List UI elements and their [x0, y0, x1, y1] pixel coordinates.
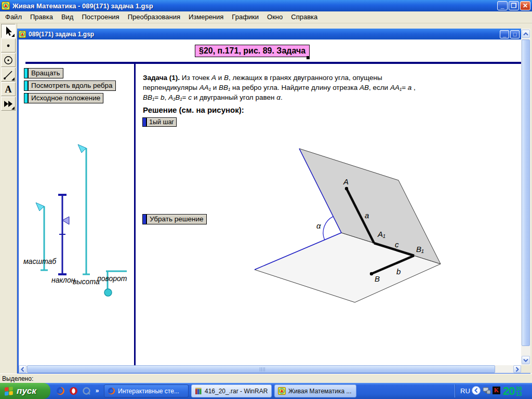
rotation-control-label: поворот [97, 274, 127, 283]
taskbar-item-label: Живая Математика ... [288, 388, 352, 395]
tray-divider [455, 384, 455, 397]
tool-point-button[interactable] [1, 38, 16, 52]
minimize-button[interactable]: _ [497, 1, 508, 10]
label-B1: B₁ [416, 245, 424, 254]
clock-seconds: 13 [515, 391, 522, 396]
compass-circle-icon [2, 54, 15, 66]
height-slider-label: высота [73, 277, 100, 286]
restore-button[interactable]: ❐ [509, 1, 519, 10]
menu-graph[interactable]: Графики [228, 11, 263, 23]
tool-circle-button[interactable] [1, 53, 16, 67]
point-B[interactable] [370, 272, 373, 275]
language-indicator[interactable]: RU [460, 387, 470, 395]
tool-palette: A [0, 23, 17, 374]
menu-file[interactable]: Файл [1, 11, 26, 23]
tool-select-arrow-button[interactable] [1, 24, 16, 38]
app-icon [2, 2, 10, 10]
menubar: Файл Правка Вид Построения Преобразовани… [0, 11, 532, 23]
document-minimize-button[interactable]: _ [500, 30, 509, 38]
label-B: B [375, 274, 380, 283]
scale-slider-label: масштаб [23, 257, 56, 265]
angle-arc [323, 217, 333, 240]
thumb-grip [261, 367, 262, 371]
document-maximize-button[interactable]: □ [510, 30, 520, 38]
menu-construct[interactable]: Построения [77, 11, 123, 23]
taskbar-item-label: 416_20_.rar - WinRAR [205, 388, 268, 395]
status-bar: Выделено: [0, 374, 532, 383]
hide-tray-icons-button[interactable] [472, 386, 481, 397]
kaspersky-tray-icon[interactable]: K [493, 387, 500, 394]
custom-tool-icon [2, 98, 15, 110]
tray-clock[interactable]: 20 39 13 [503, 384, 522, 398]
taskbar-item-winrar[interactable]: 416_20_.rar - WinRAR [191, 384, 272, 397]
tool-segment-button[interactable] [1, 68, 16, 82]
tool-custom-button[interactable] [1, 97, 16, 111]
scroll-up-button[interactable] [522, 30, 530, 38]
scroll-down-button[interactable] [522, 356, 530, 364]
horizontal-scroll-thumb[interactable] [27, 365, 495, 373]
window-title: Живая Математика - 089(171) задача 1.gsp [12, 2, 496, 10]
scroll-left-button[interactable] [19, 365, 26, 373]
point-icon [2, 39, 15, 52]
label-b: b [396, 267, 401, 276]
label-A: A [343, 177, 349, 186]
desktop: Живая Математика - 089(171) задача 1.gsp… [0, 0, 532, 399]
quicklaunch-overflow-chevron[interactable]: » [94, 385, 101, 396]
menu-window[interactable]: Окно [263, 11, 287, 23]
quicklaunch-quicktime-icon[interactable] [81, 385, 91, 396]
tool-text-button[interactable]: A [1, 82, 16, 96]
label-A1: A₁ [378, 230, 385, 238]
label-a: a [365, 211, 369, 220]
selection-arrow-icon [2, 25, 15, 37]
label-c: c [395, 240, 399, 249]
main-titlebar: Живая Математика - 089(171) задача 1.gsp… [0, 0, 532, 11]
text-tool-icon: A [5, 85, 12, 94]
winrar-icon [195, 388, 202, 395]
menu-measure[interactable]: Измерения [184, 11, 228, 23]
quicklaunch-opera-icon[interactable] [68, 385, 78, 396]
horizontal-scrollbar [19, 365, 521, 373]
point-A[interactable] [345, 187, 348, 190]
start-button-label: пуск [17, 386, 36, 396]
segment-icon [2, 69, 15, 81]
clock-hours: 20 [503, 384, 514, 398]
firefox-icon [108, 387, 115, 395]
menu-edit[interactable]: Правка [26, 11, 57, 23]
taskbar-item-label: Интерактивные сте... [118, 388, 179, 395]
gsp-icon [278, 387, 286, 395]
quicklaunch-firefox-icon[interactable] [55, 385, 65, 396]
close-button[interactable]: ✕ [520, 1, 530, 10]
sketch-figure [19, 39, 521, 365]
height-slider[interactable] [78, 144, 90, 274]
menu-transform[interactable]: Преобразования [124, 11, 184, 23]
network-tray-icon[interactable] [483, 387, 491, 397]
menu-view[interactable]: Вид [57, 11, 78, 23]
windows-flag-icon [4, 386, 14, 396]
vertical-scrollbar [521, 29, 530, 365]
label-alpha: α [316, 221, 321, 230]
document-title: 089(171) задача 1.gsp [29, 31, 499, 38]
tilt-slider-label: наклон [51, 276, 75, 284]
tilt-slider[interactable] [58, 195, 69, 274]
status-selected-label: Выделено: [2, 375, 33, 382]
document-titlebar: 089(171) задача 1.gsp _ □ [17, 29, 521, 39]
menu-help[interactable]: Справка [287, 11, 322, 23]
start-button[interactable]: пуск [0, 383, 50, 399]
document-icon [19, 31, 26, 38]
scrollbar-corner [521, 365, 530, 373]
vertical-scroll-thumb[interactable] [522, 39, 530, 346]
scroll-right-button[interactable] [513, 365, 521, 373]
sketch-canvas: §20, п.171, рис. 89. Задача Вращать Посм… [19, 39, 521, 365]
taskbar: пуск » [0, 383, 532, 399]
taskbar-item-gsp[interactable]: Живая Математика ... [274, 384, 356, 397]
taskbar-item-firefox[interactable]: Интерактивные сте... [104, 384, 189, 397]
